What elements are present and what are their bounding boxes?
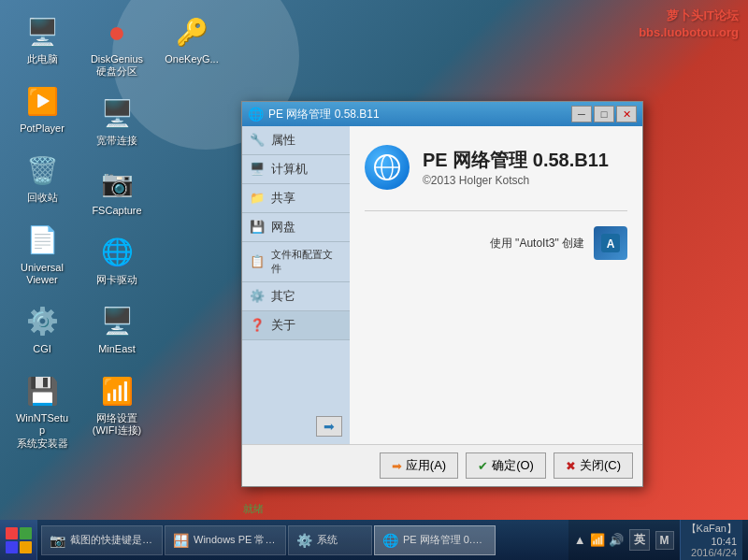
minimize-button[interactable]: ─: [571, 106, 592, 122]
menu-item-disk[interactable]: 💾 网盘: [242, 213, 350, 242]
dialog-titlebar: 🌐 PE 网络管理 0.58.B11 ─ □ ✕: [242, 102, 642, 126]
content-spacer: [365, 260, 627, 425]
dialog-content-area: PE 网络管理 0.58.B11 ©2013 Holger Kotsch 使用 …: [350, 126, 642, 444]
tray-volume-icon[interactable]: 🔊: [609, 533, 624, 547]
menu-item-other[interactable]: ⚙️ 其它: [242, 282, 350, 311]
dialog-close-button[interactable]: ✕: [616, 106, 637, 122]
menu-item-share[interactable]: 📁 共享: [242, 184, 350, 213]
taskbar-screenshot-label: 截图的快捷键是什...: [70, 533, 154, 547]
taskbar-penet-label: PE 网络管理 0.58...: [403, 533, 487, 547]
dialog-body: 🔧 属性 🖥️ 计算机 📁 共享 💾 网盘: [242, 126, 642, 444]
desktop: 萝卜头IT论坛 bbs.luobotou.org 🖥️ 此电脑 ▶️ PotPl…: [0, 0, 748, 520]
dialog-controls: ─ □ ✕: [571, 106, 637, 122]
apply-icon: ➡: [392, 459, 402, 473]
ime-badge[interactable]: M: [655, 531, 674, 550]
menu-item-computer[interactable]: 🖥️ 计算机: [242, 155, 350, 184]
clock-date: 2016/4/24: [686, 547, 737, 558]
taskbar-winpe-label: Windows PE 常用...: [194, 533, 278, 547]
menu-item-share-label: 共享: [271, 190, 295, 207]
autoit-section: 使用 "AutoIt3" 创建 A: [365, 226, 627, 260]
menu-item-disk-label: 网盘: [271, 219, 295, 236]
taskbar-screenshot-icon: 📷: [50, 533, 65, 548]
autoit-icon: A: [594, 226, 627, 260]
dialog-title-text: PE 网络管理 0.58.B11: [268, 107, 571, 122]
apply-button[interactable]: ➡ 应用(A): [380, 452, 458, 479]
sidebar-arrow-button[interactable]: ➡: [316, 416, 342, 437]
taskbar-item-winpe[interactable]: 🪟 Windows PE 常用...: [165, 525, 286, 555]
clock-label: 【KaFan】: [686, 522, 737, 536]
files-icon: 📋: [250, 254, 266, 269]
menu-item-about-label: 关于: [271, 317, 295, 334]
maximize-button[interactable]: □: [594, 106, 614, 122]
share-icon: 📁: [250, 191, 266, 206]
taskbar-system-label: 系统: [317, 533, 338, 547]
language-indicator[interactable]: 英: [629, 529, 650, 551]
menu-item-other-label: 其它: [271, 288, 295, 305]
about-header: PE 网络管理 0.58.B11 ©2013 Holger Kotsch: [365, 145, 627, 190]
taskbar-items: 📷 截图的快捷键是什... 🪟 Windows PE 常用... ⚙️ 系统 🌐…: [37, 525, 568, 555]
about-info: PE 网络管理 0.58.B11 ©2013 Holger Kotsch: [423, 148, 609, 187]
computer-icon: 🖥️: [250, 162, 266, 177]
taskbar-item-system[interactable]: ⚙️ 系统: [288, 525, 372, 555]
taskbar: 📷 截图的快捷键是什... 🪟 Windows PE 常用... ⚙️ 系统 🌐…: [0, 520, 748, 560]
menu-item-files-label: 文件和配置文件: [271, 248, 342, 276]
about-separator: [365, 210, 627, 211]
ok-button[interactable]: ✔ 确定(O): [466, 452, 546, 479]
dialog-sidebar: 🔧 属性 🖥️ 计算机 📁 共享 💾 网盘: [242, 126, 350, 444]
about-logo-icon: [365, 145, 410, 190]
ok-icon: ✔: [478, 459, 488, 473]
windows-logo-icon: [6, 527, 32, 553]
other-icon: ⚙️: [250, 289, 266, 304]
clock-area[interactable]: 【KaFan】 10:41 2016/4/24: [680, 520, 742, 560]
dialog-title-icon: 🌐: [248, 107, 263, 122]
apply-label: 应用(A): [406, 457, 446, 474]
menu-item-about[interactable]: ❓ 关于: [242, 311, 350, 340]
pe-network-dialog: 🌐 PE 网络管理 0.58.B11 ─ □ ✕ 🔧 属性 🖥️: [241, 101, 643, 487]
svg-text:A: A: [607, 237, 615, 251]
taskbar-item-screenshot[interactable]: 📷 截图的快捷键是什...: [41, 525, 163, 555]
dialog-overlay: 🌐 PE 网络管理 0.58.B11 ─ □ ✕ 🔧 属性 🖥️: [0, 0, 748, 520]
about-copyright: ©2013 Holger Kotsch: [423, 174, 609, 187]
menu-item-files[interactable]: 📋 文件和配置文件: [242, 242, 350, 282]
about-icon: ❓: [250, 318, 266, 333]
taskbar-winpe-icon: 🪟: [173, 533, 189, 548]
sidebar-arrow-area: ➡: [242, 409, 350, 444]
taskbar-tray: ▲ 📶 🔊 英 M 【KaFan】 10:41 2016/4/24: [568, 520, 748, 560]
taskbar-item-pe-net[interactable]: 🌐 PE 网络管理 0.58...: [374, 525, 496, 555]
menu-item-properties[interactable]: 🔧 属性: [242, 126, 350, 155]
tray-expand-icon[interactable]: ▲: [574, 533, 586, 547]
taskbar-system-icon: ⚙️: [296, 533, 312, 548]
disk-icon: 💾: [250, 220, 266, 235]
tray-icons-area: ▲ 📶 🔊: [574, 533, 624, 547]
about-title: PE 网络管理 0.58.B11: [423, 148, 609, 172]
menu-item-computer-label: 计算机: [271, 161, 308, 178]
close-dialog-button[interactable]: ✖ 关闭(C): [554, 452, 633, 479]
close-label: 关闭(C): [580, 457, 621, 474]
dialog-footer: ➡ 应用(A) ✔ 确定(O) ✖ 关闭(C): [242, 444, 642, 486]
autoit-text: 使用 "AutoIt3" 创建: [490, 236, 584, 251]
tray-network-icon[interactable]: 📶: [590, 533, 605, 547]
start-button[interactable]: [0, 520, 37, 560]
menu-item-properties-label: 属性: [271, 132, 295, 149]
ok-label: 确定(O): [492, 457, 534, 474]
taskbar-penet-icon: 🌐: [382, 533, 398, 548]
close-icon: ✖: [566, 459, 576, 473]
clock-time: 10:41: [686, 536, 737, 547]
properties-icon: 🔧: [250, 133, 266, 148]
